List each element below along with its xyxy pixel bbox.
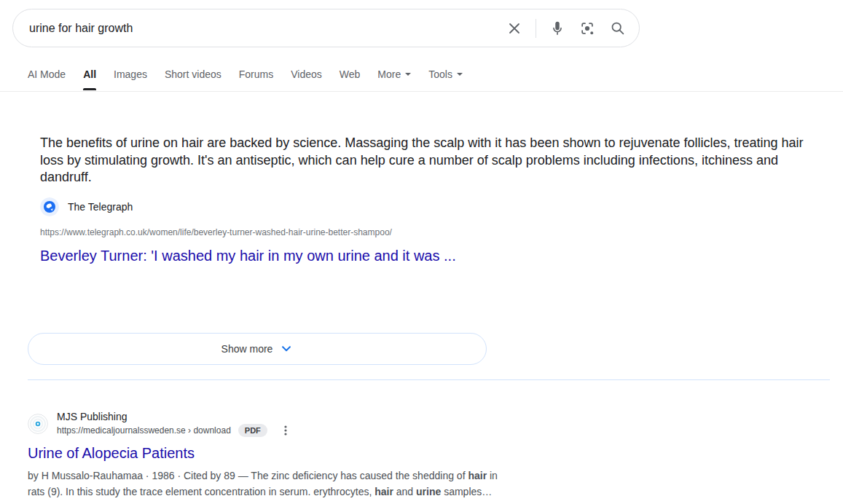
- featured-snippet-text: The benefits of urine on hair are backed…: [40, 135, 807, 186]
- chevron-down-icon: [457, 73, 463, 76]
- search-input[interactable]: urine for hair growth: [29, 22, 493, 35]
- search-bar-divider: [536, 19, 536, 38]
- search-bar[interactable]: urine for hair growth: [12, 9, 640, 47]
- featured-url: https://www.telegraph.co.uk/women/life/b…: [40, 227, 809, 237]
- featured-result-title-link[interactable]: Beverley Turner: 'I washed my hair in my…: [40, 248, 456, 264]
- result-snippet: by H Mussalo-Rauhamaa · 1986 · Cited by …: [28, 468, 503, 500]
- tab-tools[interactable]: Tools: [428, 66, 463, 90]
- tab-images[interactable]: Images: [114, 66, 147, 90]
- tab-label: Web: [340, 68, 361, 80]
- search-result: MJS Publishing https://medicaljournalssw…: [28, 410, 538, 500]
- clear-search-icon[interactable]: [506, 20, 523, 37]
- tab-more[interactable]: More: [377, 66, 411, 90]
- featured-source[interactable]: The Telegraph: [40, 197, 809, 216]
- tab-short-videos[interactable]: Short videos: [165, 66, 221, 90]
- tab-label: Videos: [291, 68, 322, 80]
- featured-snippet: The benefits of urine on hair are backed…: [40, 135, 809, 264]
- result-source-name: MJS Publishing: [57, 410, 291, 423]
- mjs-publishing-favicon-icon[interactable]: [28, 414, 48, 434]
- result-url: https://medicaljournalssweden.se › downl…: [57, 424, 231, 437]
- result-header: MJS Publishing https://medicaljournalssw…: [28, 410, 538, 437]
- lens-camera-icon[interactable]: [579, 20, 596, 37]
- chevron-down-icon: [405, 73, 411, 76]
- tab-label: AI Mode: [28, 68, 66, 80]
- tab-label: Short videos: [165, 68, 221, 80]
- tab-forums[interactable]: Forums: [239, 66, 273, 90]
- results-tab-bar: AI Mode All Images Short videos Forums V…: [28, 66, 463, 91]
- featured-source-name: The Telegraph: [68, 201, 133, 213]
- tab-web[interactable]: Web: [340, 66, 361, 90]
- tab-label: More: [377, 68, 401, 80]
- tab-label: All: [83, 68, 96, 80]
- pdf-badge: PDF: [238, 424, 267, 437]
- search-icon[interactable]: [608, 20, 626, 37]
- tab-ai-mode[interactable]: AI Mode: [28, 66, 66, 90]
- telegraph-globe-icon: [40, 197, 59, 216]
- microphone-icon[interactable]: [549, 20, 566, 37]
- tab-all[interactable]: All: [83, 66, 96, 90]
- result-source-block[interactable]: MJS Publishing https://medicaljournalssw…: [57, 410, 291, 437]
- header-divider: [0, 91, 843, 92]
- chevron-down-icon: [280, 342, 293, 355]
- section-divider: [28, 379, 830, 380]
- result-options-icon[interactable]: [281, 425, 291, 436]
- show-more-button[interactable]: Show more: [28, 333, 487, 365]
- show-more-label: Show more: [221, 343, 273, 355]
- result-title-link[interactable]: Urine of Alopecia Patients: [28, 445, 195, 462]
- tab-label: Images: [114, 68, 147, 80]
- breadcrumb: https://medicaljournalssweden.se › downl…: [57, 424, 291, 437]
- tab-label: Forums: [239, 68, 273, 80]
- tab-videos[interactable]: Videos: [291, 66, 322, 90]
- tab-label: Tools: [428, 68, 452, 80]
